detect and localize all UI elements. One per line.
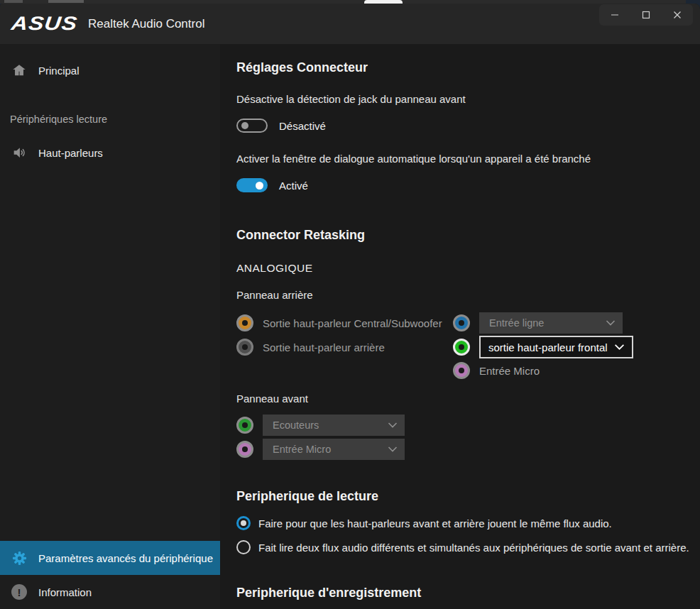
section-title-recording-device: Peripherique d'enregistrement bbox=[236, 583, 700, 602]
sidebar-item-label: Information bbox=[38, 586, 92, 598]
rear-panel-grid: Sortie haut-parleur Central/Subwoofer So… bbox=[236, 311, 700, 382]
sidebar-item-speakers[interactable]: Haut-parleurs bbox=[0, 135, 220, 170]
toggle-knob bbox=[256, 182, 263, 190]
jack-row-center-subwoofer: Sortie haut-parleur Central/Subwoofer bbox=[236, 311, 453, 335]
sidebar-item-principal[interactable]: Principal bbox=[0, 53, 220, 88]
front-speaker-out-dropdown[interactable]: sortie haut-parleur frontal bbox=[479, 336, 633, 358]
jack-label: Sortie haut-parleur arrière bbox=[263, 341, 385, 353]
sidebar-item-label: Haut-parleurs bbox=[38, 147, 103, 159]
jack-label: Entrée Micro bbox=[479, 365, 540, 377]
maximize-button[interactable] bbox=[633, 6, 660, 24]
jack-icon-blue bbox=[453, 314, 470, 331]
jack-row-mic-in: Entrée Micro bbox=[453, 359, 633, 382]
jack-row-front-speaker-out: sortie haut-parleur frontal bbox=[453, 335, 633, 359]
radio-label: Fait lire deux flux audio différents et … bbox=[258, 542, 689, 554]
jack-icon-green-dark bbox=[236, 417, 253, 434]
jack-detection-state: Désactivé bbox=[279, 120, 326, 132]
sidebar-section-playback-devices: Périphériques lecture bbox=[0, 104, 220, 135]
section-title-playback-device: Peripherique de lecture bbox=[236, 487, 700, 505]
background-window-text bbox=[4, 0, 23, 3]
chevron-down-icon bbox=[606, 320, 616, 327]
headphones-dropdown: Ecouteurs bbox=[263, 415, 405, 436]
line-in-dropdown: Entrée ligne bbox=[479, 312, 623, 334]
toggle-knob bbox=[241, 122, 248, 129]
minimize-button[interactable] bbox=[601, 6, 628, 24]
jack-label: Sortie haut-parleur Central/Subwoofer bbox=[263, 317, 442, 329]
asus-logo: ASUS bbox=[10, 13, 84, 35]
radio-unselected-icon bbox=[236, 540, 251, 554]
rear-panel-label: Panneau arrière bbox=[236, 288, 700, 302]
sidebar-item-advanced-device-settings[interactable]: Paramètres avancés du périphérique bbox=[0, 541, 220, 575]
jack-detection-label: Désactive la détection de jack du pannea… bbox=[236, 92, 700, 106]
jack-row-headphones: Ecouteurs bbox=[236, 413, 700, 437]
window-controls bbox=[599, 4, 693, 26]
titlebar: ASUS Realtek Audio Control bbox=[0, 4, 700, 44]
jack-icon-gray bbox=[236, 339, 253, 356]
dropdown-value: Entrée Micro bbox=[263, 444, 331, 455]
jack-row-rear-speaker: Sortie haut-parleur arrière bbox=[236, 335, 453, 359]
advanced-settings-panel: Réglages Connecteur Désactive la détecti… bbox=[220, 44, 700, 609]
jack-icon-pink bbox=[236, 441, 253, 458]
radio-label: Faire pour que les haut-parleurs avant e… bbox=[258, 517, 612, 530]
dropdown-value: Entrée ligne bbox=[479, 317, 544, 329]
realtek-audio-control-window: ASUS Realtek Audio Control Principal Pér bbox=[0, 4, 700, 609]
section-title-connector-retasking: Connector Retasking bbox=[236, 226, 700, 244]
front-panel-label: Panneau avant bbox=[236, 392, 700, 406]
jack-icon-green bbox=[453, 339, 470, 356]
jack-row-line-in: Entrée ligne bbox=[453, 311, 633, 335]
sidebar-item-information[interactable]: ! Information bbox=[0, 575, 220, 609]
background-window-text bbox=[48, 0, 84, 3]
auto-dialog-label: Activer la fenêtre de dialogue automatiq… bbox=[236, 152, 700, 166]
analog-group-label: ANALOGIQUE bbox=[236, 261, 700, 275]
window-title: Realtek Audio Control bbox=[88, 17, 204, 31]
playback-option-different-streams[interactable]: Fait lire deux flux audio différents et … bbox=[236, 538, 700, 556]
close-icon bbox=[673, 11, 682, 19]
jack-row-front-mic: Entrée Micro bbox=[236, 437, 700, 461]
chevron-down-icon bbox=[614, 344, 625, 351]
minimize-icon bbox=[611, 11, 619, 19]
dropdown-value: sortie haut-parleur frontal bbox=[481, 341, 608, 353]
rear-panel-fixed-jacks: Sortie haut-parleur Central/Subwoofer So… bbox=[236, 311, 453, 382]
auto-dialog-state: Activé bbox=[279, 180, 308, 192]
jack-icon-orange bbox=[236, 314, 253, 331]
sidebar-item-label: Principal bbox=[38, 65, 80, 77]
gear-icon bbox=[11, 549, 28, 566]
chevron-down-icon bbox=[388, 422, 398, 429]
playback-option-same-stream[interactable]: Faire pour que les haut-parleurs avant e… bbox=[236, 514, 700, 532]
home-icon bbox=[11, 62, 28, 79]
section-title-connector-settings: Réglages Connecteur bbox=[236, 58, 700, 77]
speaker-icon bbox=[11, 144, 28, 161]
jack-detection-toggle[interactable] bbox=[236, 119, 268, 133]
info-icon: ! bbox=[11, 583, 28, 600]
jack-icon-pink bbox=[453, 362, 470, 379]
chevron-down-icon bbox=[388, 446, 398, 453]
front-panel-rows: Ecouteurs Entrée Micro bbox=[236, 413, 700, 461]
sidebar-item-label: Paramètres avancés du périphérique bbox=[38, 552, 213, 564]
rear-panel-retaskable-jacks: Entrée ligne sortie haut-parleur frontal bbox=[453, 311, 633, 382]
maximize-icon bbox=[642, 11, 650, 19]
sidebar: Principal Périphériques lecture Haut-par… bbox=[0, 44, 220, 609]
close-button[interactable] bbox=[664, 6, 691, 24]
auto-dialog-toggle[interactable] bbox=[236, 178, 268, 192]
radio-selected-icon bbox=[236, 516, 251, 530]
front-mic-dropdown: Entrée Micro bbox=[263, 439, 405, 460]
dropdown-value: Ecouteurs bbox=[263, 419, 319, 431]
sidebar-spacer bbox=[0, 170, 220, 541]
